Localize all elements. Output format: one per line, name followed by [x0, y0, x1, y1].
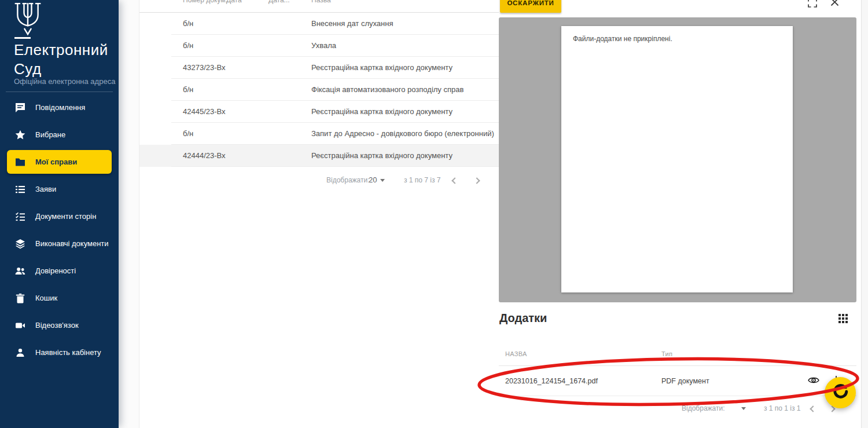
document-name: Реєстраційна картка вхідного документу — [311, 57, 453, 79]
documents-table-header: Номер докум... Дата Дата... Назва — [139, 0, 499, 13]
trash-icon — [15, 293, 25, 303]
app-title-line2: Суд — [14, 60, 108, 79]
attachment-file-type: PDF документ — [661, 366, 709, 396]
trident-logo-icon — [13, 2, 43, 40]
next-page-button[interactable] — [473, 177, 480, 184]
video-camera-icon — [15, 320, 25, 331]
rows-per-page-value[interactable]: 20 — [369, 171, 377, 189]
table-row[interactable]: б/н Фіксація автоматизованого розподілу … — [139, 79, 499, 101]
documents-table: Номер докум... Дата Дата... Назва б/н Вн… — [139, 0, 499, 428]
attachments-title: Додатки — [499, 312, 547, 325]
sidebar-item-label: Повідомлення — [35, 103, 85, 112]
column-header-attachment-name: НАЗВА — [505, 350, 527, 357]
sidebar-item-label: Заяви — [35, 185, 56, 193]
sidebar-item-cabinet-availability[interactable]: Наявність кабінету — [0, 339, 119, 366]
app-subtitle: Офіційна електронна адреса — [14, 77, 115, 86]
pdf-preview-area: Файли-додатки не прикріплені. — [499, 17, 856, 302]
phone-callback-icon — [833, 384, 848, 401]
list-icon — [15, 184, 25, 195]
checklist-icon — [15, 211, 25, 222]
sidebar-item-label: Відеозв'язок — [35, 321, 79, 330]
document-number: б/н — [183, 123, 193, 145]
previous-page-button[interactable] — [451, 177, 458, 184]
table-row[interactable]: б/н Внесення дат слухання — [139, 13, 499, 35]
sidebar-item-label: Мої справи — [35, 158, 77, 166]
document-number: б/н — [183, 79, 193, 101]
table-row[interactable]: 43273/23-Вх Реєстраційна картка вхідного… — [139, 57, 499, 79]
sidebar-item-label: Документи сторін — [35, 212, 96, 221]
column-header-date: Дата — [226, 0, 242, 4]
pagination-range: з 1 по 7 із 7 — [404, 171, 441, 189]
sidebar-item-label: Наявність кабінету — [35, 348, 101, 357]
sidebar-item-party-documents[interactable]: Документи сторін — [0, 203, 119, 230]
previous-page-button[interactable] — [810, 405, 816, 412]
column-header-attachment-type: Тип — [661, 350, 672, 357]
document-name: Внесення дат слухання — [311, 13, 393, 35]
app-title-line1: Електронний — [14, 41, 108, 60]
sidebar-item-applications[interactable]: Заяви — [0, 175, 119, 203]
document-name: Ухвала — [311, 35, 336, 57]
fullscreen-icon[interactable] — [808, 0, 817, 10]
column-header-date2: Дата... — [269, 0, 290, 4]
table-row[interactable]: б/н Запит до Адресно - довідкового бюро … — [139, 123, 499, 145]
document-name: Реєстраційна картка вхідного документу — [311, 101, 453, 123]
chat-icon — [15, 103, 25, 113]
close-icon[interactable] — [830, 0, 839, 9]
layers-icon — [15, 239, 25, 249]
preview-page: Файли-додатки не прикріплені. — [561, 26, 793, 292]
attachments-pagination: Відображати: з 1 по 1 із 1 — [499, 400, 856, 417]
sidebar: Електронний Суд Офіційна електронна адре… — [0, 0, 119, 428]
app-title: Електронний Суд — [14, 41, 108, 79]
sidebar-item-favorites[interactable]: Вибране — [0, 121, 119, 148]
sidebar-item-messages[interactable]: Повідомлення — [0, 94, 119, 121]
chevron-down-icon[interactable] — [380, 179, 385, 182]
star-icon — [15, 130, 25, 140]
sidebar-item-label: Вибране — [35, 130, 65, 139]
table-row-selected[interactable]: 42444/23-Вх Реєстраційна картка вхідного… — [139, 145, 499, 167]
table-row[interactable]: 42445/23-Вх Реєстраційна картка вхідного… — [139, 101, 499, 123]
sidebar-item-label: Виконавчі документи — [35, 239, 109, 248]
sidebar-item-powers-of-attorney[interactable]: Довіреності — [0, 257, 119, 284]
vertical-scrollbar[interactable] — [861, 0, 868, 428]
sidebar-item-trash[interactable]: Кошик — [0, 284, 119, 312]
electronic-court-app: Електронний Суд Офіційна електронна адре… — [0, 0, 868, 428]
sidebar-menu: Повідомлення Вибране Мої справи Заяви — [0, 94, 119, 366]
brand-accent-line — [14, 37, 31, 39]
chevron-down-icon[interactable] — [741, 407, 746, 410]
appeal-button[interactable]: ОСКАРЖИТИ — [500, 0, 561, 13]
sidebar-item-my-cases[interactable]: Мої справи — [7, 150, 112, 174]
table-row[interactable]: б/н Ухвала — [139, 35, 499, 57]
sidebar-item-label: Кошик — [35, 294, 57, 302]
document-number: 42445/23-Вх — [183, 101, 226, 123]
attachment-row[interactable]: 20231016_124154_1674.pdf PDF документ — [499, 366, 856, 396]
grid-view-icon[interactable] — [838, 314, 848, 325]
document-number: 42444/23-Вх — [183, 145, 226, 167]
rows-per-page-label: Відображати: — [682, 400, 725, 417]
column-header-number: Номер докум... — [183, 0, 231, 4]
people-icon — [15, 266, 25, 276]
attachments-table-header: НАЗВА Тип — [499, 350, 856, 366]
document-number: б/н — [183, 35, 193, 57]
document-name: Фіксація автоматизованого розподілу спра… — [311, 79, 464, 101]
sidebar-item-video-call[interactable]: Відеозв'язок — [0, 312, 119, 339]
no-attachments-text: Файли-додатки не прикріплені. — [573, 35, 672, 43]
documents-pagination: Відображати: 20 з 1 по 7 із 7 — [139, 171, 499, 189]
folder-icon — [15, 157, 25, 167]
support-callback-button[interactable] — [825, 377, 856, 408]
rows-per-page-label: Відображати: — [326, 171, 370, 189]
view-icon[interactable] — [808, 376, 819, 387]
column-header-name: Назва — [311, 0, 331, 4]
pagination-range: з 1 по 1 із 1 — [764, 400, 801, 417]
documents-panel: Номер докум... Дата Дата... Назва б/н Вн… — [119, 0, 499, 428]
attachment-file-name: 20231016_124154_1674.pdf — [505, 366, 598, 396]
document-name: Запит до Адресно - довідкового бюро (еле… — [311, 123, 494, 145]
sidebar-item-executive-documents[interactable]: Виконавчі документи — [0, 230, 119, 257]
document-number: б/н — [183, 13, 193, 35]
sidebar-divider — [6, 92, 113, 92]
sidebar-item-label: Довіреності — [35, 266, 76, 275]
person-icon — [15, 347, 25, 358]
document-number: 43273/23-Вх — [183, 57, 226, 79]
document-preview-panel: ОСКАРЖИТИ Файли-додатки не прикріплені. … — [499, 0, 861, 428]
document-name: Реєстраційна картка вхідного документу — [311, 145, 453, 167]
